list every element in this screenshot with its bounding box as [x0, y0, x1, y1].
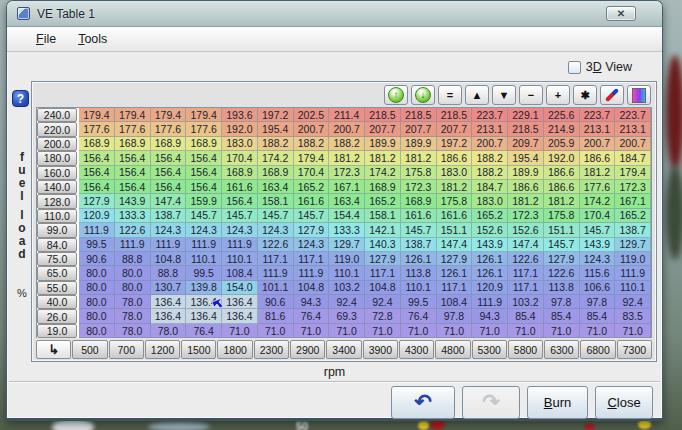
ve-cell[interactable]: 78.0	[115, 309, 151, 323]
ve-cell[interactable]: 158.1	[365, 209, 401, 223]
ve-cell[interactable]: 69.3	[329, 309, 365, 323]
ve-cell[interactable]: 177.6	[151, 122, 187, 136]
ve-cell[interactable]: 156.4	[79, 166, 115, 180]
ve-cell[interactable]: 156.4	[79, 180, 115, 194]
ve-cell[interactable]: 161.6	[294, 194, 330, 208]
ve-cell[interactable]: 207.7	[401, 122, 437, 136]
ve-cell[interactable]: 168.9	[258, 166, 294, 180]
ve-cell[interactable]: 202.5	[294, 108, 330, 122]
rpm-bin-header[interactable]: 2900	[290, 340, 325, 359]
ve-cell[interactable]: 83.5	[615, 309, 651, 323]
title-bar[interactable]: VE Table 1 ✕	[7, 1, 662, 27]
ve-cell[interactable]: 170.4	[222, 151, 258, 165]
ve-cell[interactable]: 156.4	[186, 151, 222, 165]
ve-cell[interactable]: 207.7	[365, 122, 401, 136]
ve-cell[interactable]: 170.4	[580, 209, 616, 223]
ve-cell[interactable]: 104.8	[365, 281, 401, 295]
edit-pencil-button[interactable]	[600, 85, 624, 105]
ve-cell[interactable]: 225.6	[544, 108, 580, 122]
ve-cell[interactable]: 80.0	[115, 281, 151, 295]
ve-cell[interactable]: 71.0	[401, 324, 437, 338]
ve-cell[interactable]: 88.8	[115, 252, 151, 266]
ve-cell[interactable]: 127.9	[544, 252, 580, 266]
ve-cell[interactable]: 106.6	[580, 281, 616, 295]
ve-cell[interactable]: 218.5	[401, 108, 437, 122]
ve-cell[interactable]: 129.7	[329, 238, 365, 252]
ve-cell[interactable]: 156.4	[115, 151, 151, 165]
ve-cell[interactable]: 85.4	[508, 309, 544, 323]
ve-cell[interactable]: 139.8	[186, 281, 222, 295]
close-button[interactable]: Close	[595, 386, 653, 419]
ve-cell[interactable]: 80.0	[79, 295, 115, 309]
ve-cell[interactable]: 188.2	[329, 137, 365, 151]
ve-cell[interactable]: 177.6	[580, 180, 616, 194]
ve-cell[interactable]: 136.4	[222, 295, 258, 309]
ve-cell[interactable]: 145.7	[222, 209, 258, 223]
ve-cell[interactable]: 145.7	[186, 209, 222, 223]
ve-cell[interactable]: 108.4	[222, 266, 258, 280]
ve-cell[interactable]: 124.3	[186, 223, 222, 237]
ve-cell[interactable]: 181.2	[544, 194, 580, 208]
ve-cell[interactable]: 124.3	[151, 223, 187, 237]
ve-cell[interactable]: 97.8	[544, 295, 580, 309]
ve-cell[interactable]: 168.9	[79, 137, 115, 151]
rpm-bin-header[interactable]: 7300	[617, 340, 652, 359]
ve-cell[interactable]: 174.2	[365, 166, 401, 180]
ve-cell[interactable]: 127.9	[437, 252, 473, 266]
view-3d-toggle[interactable]: 3D View	[568, 60, 632, 74]
ve-cell[interactable]: 170.4	[294, 166, 330, 180]
ve-cell[interactable]: 130.7	[151, 281, 187, 295]
ve-cell[interactable]: 197.2	[437, 137, 473, 151]
ve-cell[interactable]: 88.8	[151, 266, 187, 280]
menu-tools[interactable]: Tools	[69, 29, 116, 49]
ve-cell[interactable]: 71.0	[222, 324, 258, 338]
ve-cell[interactable]: 124.3	[294, 238, 330, 252]
ve-cell[interactable]: 103.2	[508, 295, 544, 309]
ve-cell[interactable]: 113.8	[544, 281, 580, 295]
ve-cell[interactable]: 71.0	[472, 324, 508, 338]
ve-cell[interactable]: 200.7	[615, 137, 651, 151]
ve-cell[interactable]: 126.1	[437, 266, 473, 280]
ve-cell[interactable]: 78.0	[115, 324, 151, 338]
ve-cell[interactable]: 119.0	[329, 252, 365, 266]
ve-cell[interactable]: 147.4	[151, 194, 187, 208]
load-bin-header[interactable]: 110.0	[37, 209, 77, 223]
ve-cell[interactable]: 189.9	[401, 137, 437, 151]
ve-cell[interactable]: 151.1	[437, 223, 473, 237]
ve-cell[interactable]: 111.9	[258, 266, 294, 280]
load-bin-header[interactable]: 200.0	[37, 137, 77, 151]
ve-cell[interactable]: 195.4	[258, 122, 294, 136]
ve-cell[interactable]: 165.2	[615, 209, 651, 223]
rpm-bin-header[interactable]: 1500	[181, 340, 216, 359]
ve-cell[interactable]: 175.8	[437, 194, 473, 208]
ve-cell[interactable]: 165.2	[365, 194, 401, 208]
view-3d-checkbox[interactable]	[568, 61, 581, 74]
ve-cell[interactable]: 111.9	[79, 223, 115, 237]
ve-cell[interactable]: 156.4	[115, 180, 151, 194]
ve-cell[interactable]: 80.0	[79, 266, 115, 280]
ve-cell[interactable]: 218.5	[508, 122, 544, 136]
increase-cells-button[interactable]: ▲	[465, 85, 489, 105]
ve-cell[interactable]: 111.9	[615, 266, 651, 280]
ve-cell[interactable]: 154.4	[329, 209, 365, 223]
ve-cell[interactable]: 168.9	[186, 137, 222, 151]
ve-cell[interactable]: 156.4	[186, 166, 222, 180]
ve-cell[interactable]: 72.8	[365, 309, 401, 323]
ve-cell[interactable]: 179.4	[615, 166, 651, 180]
undo-button[interactable]: ↶	[391, 386, 455, 419]
ve-cell[interactable]: 145.7	[294, 209, 330, 223]
load-bin-header[interactable]: 65.0	[37, 266, 77, 280]
ve-cell[interactable]: 111.9	[115, 238, 151, 252]
ve-cell[interactable]: 124.3	[580, 252, 616, 266]
ve-cell[interactable]: 218.5	[365, 108, 401, 122]
ve-cell[interactable]: 143.9	[580, 238, 616, 252]
ve-cell[interactable]: 179.4	[115, 108, 151, 122]
ve-cell[interactable]: 110.1	[401, 281, 437, 295]
ve-cell[interactable]: 213.1	[472, 122, 508, 136]
ve-cell[interactable]: 192.0	[544, 151, 580, 165]
ve-cell[interactable]: 209.7	[508, 137, 544, 151]
ve-cell[interactable]: 120.9	[472, 281, 508, 295]
rpm-bin-header[interactable]: 3900	[363, 340, 398, 359]
ve-cell[interactable]: 111.9	[222, 238, 258, 252]
ve-cell[interactable]: 161.6	[401, 209, 437, 223]
